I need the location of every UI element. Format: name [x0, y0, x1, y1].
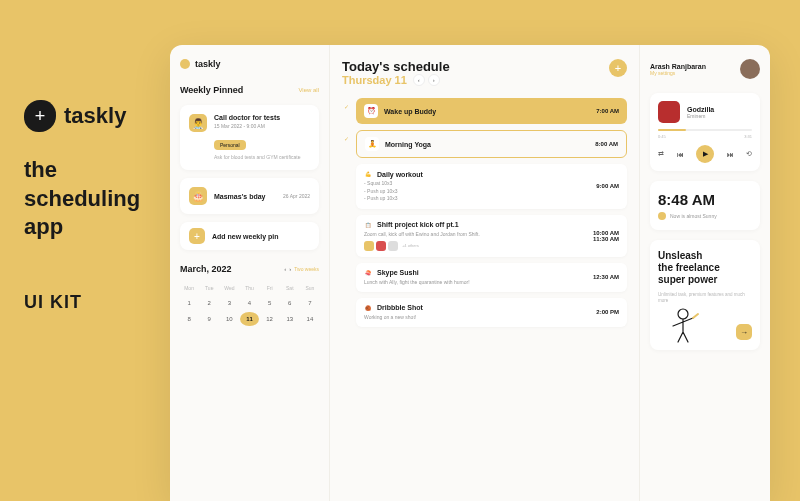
calendar-day[interactable]: 13	[281, 312, 299, 326]
marketing-sidebar: + taskly the scheduling app UI KIT	[24, 100, 154, 313]
calendar-next-icon[interactable]: ›	[289, 266, 291, 272]
pin-date: 26 Apr 2022	[283, 193, 310, 199]
schedule-item-time-end: 11:30 AM	[593, 236, 619, 242]
weather-text: Now is almost Sunny	[670, 213, 717, 219]
schedule-card: 🍣Skype SushiLunch with Ally, fight the q…	[356, 263, 627, 292]
profile-header: Arash Ranjbaran My settings	[650, 59, 760, 79]
promo-logo: + taskly	[24, 100, 154, 132]
clock-widget: 8:48 AM Now is almost Sunny	[650, 181, 760, 230]
calendar-dow: Tue	[200, 282, 218, 294]
music-progress-bar[interactable]	[658, 129, 752, 131]
pinned-card[interactable]: 🎂 Masmas's bday 26 Apr 2022	[180, 178, 319, 214]
schedule-next-button[interactable]: ›	[428, 74, 440, 86]
music-time-total: 3:31	[744, 134, 752, 139]
pinned-avatar-icon: 👨‍⚕️	[189, 114, 207, 132]
schedule-list: ✓⏰Wake up Buddy7:00 AM✓🧘Morning Yoga8:00…	[342, 98, 627, 327]
schedule-desc: Working on a new shot!	[364, 314, 596, 321]
plus-icon: +	[189, 228, 205, 244]
schedule-bullets: - Squat 10x3- Push up 10x3- Push up 10x3	[364, 180, 596, 203]
schedule-item[interactable]: 🏀Dribbble ShotWorking on a new shot!2:00…	[342, 298, 627, 327]
schedule-item[interactable]: 📋Shift project kick off pt.1Zoom call, k…	[342, 215, 627, 257]
schedule-check-icon[interactable]	[342, 298, 350, 303]
shuffle-icon[interactable]: ⇄	[658, 150, 664, 158]
pin-title: Masmas's bday	[214, 193, 276, 200]
profile-settings-link[interactable]: My settings	[650, 70, 706, 76]
app-brand[interactable]: taskly	[180, 59, 319, 69]
schedule-item-title: Wake up Buddy	[384, 108, 436, 115]
pinned-view-all[interactable]: View all	[298, 87, 319, 93]
schedule-item-title: Shift project kick off pt.1	[377, 221, 459, 228]
avatar-count: +4 others	[402, 243, 419, 248]
schedule-title: Today's schedule	[342, 59, 450, 74]
pin-date: 15 Mar 2022 - 9:00 AM	[214, 123, 310, 129]
schedule-item-time: 10:00 AM	[593, 230, 619, 236]
calendar-prev-icon[interactable]: ‹	[284, 266, 286, 272]
track-artist: Eminem	[687, 113, 714, 119]
promo-brand: taskly	[64, 103, 126, 129]
calendar-day[interactable]: 10	[220, 312, 238, 326]
upgrade-title: Unsleash the freelance super power	[658, 250, 752, 286]
schedule-prev-button[interactable]: ‹	[413, 74, 425, 86]
calendar-day[interactable]: 1	[180, 296, 198, 310]
svg-point-0	[678, 309, 688, 319]
upgrade-arrow-button[interactable]: →	[736, 324, 752, 340]
repeat-icon[interactable]: ⟲	[746, 150, 752, 158]
calendar-day[interactable]: 12	[261, 312, 279, 326]
upgrade-illustration	[658, 304, 708, 344]
pinned-title: Weekly Pinned	[180, 85, 243, 95]
calendar-day[interactable]: 3	[220, 296, 238, 310]
schedule-card: 📋Shift project kick off pt.1Zoom call, k…	[356, 215, 627, 257]
profile-name: Arash Ranjbaran	[650, 63, 706, 70]
schedule-item[interactable]: 💪Daily workout- Squat 10x3- Push up 10x3…	[342, 164, 627, 209]
calendar-dow: Sat	[281, 282, 299, 294]
pin-title: Call doctor for tests	[214, 114, 310, 121]
schedule-check-icon[interactable]: ✓	[342, 130, 350, 142]
schedule-column: Today's schedule Thursday 11 ‹ › + ✓⏰Wak…	[330, 45, 640, 501]
clock-time: 8:48 AM	[658, 191, 752, 208]
schedule-card: 🧘Morning Yoga8:00 AM	[356, 130, 627, 158]
schedule-item[interactable]: ✓⏰Wake up Buddy7:00 AM	[342, 98, 627, 124]
calendar-dow: Sun	[301, 282, 319, 294]
prev-track-icon[interactable]: ⏮	[677, 151, 684, 158]
schedule-desc: Lunch with Ally, fight the quarantine wi…	[364, 279, 593, 286]
calendar-range-toggle[interactable]: Two weeks	[294, 266, 319, 272]
schedule-check-icon[interactable]	[342, 215, 350, 220]
schedule-card: ⏰Wake up Buddy7:00 AM	[356, 98, 627, 124]
app-window: taskly Weekly Pinned View all 👨‍⚕️ Call …	[170, 45, 770, 501]
schedule-icon: 💪	[364, 170, 372, 178]
schedule-icon: 🏀	[364, 304, 372, 312]
promo-tagline: the scheduling app	[24, 156, 154, 242]
calendar-day[interactable]: 11	[240, 312, 258, 326]
pinned-card[interactable]: 👨‍⚕️ Call doctor for tests 15 Mar 2022 -…	[180, 105, 319, 170]
calendar-day[interactable]: 9	[200, 312, 218, 326]
schedule-item[interactable]: ✓🧘Morning Yoga8:00 AM	[342, 130, 627, 158]
avatar	[364, 241, 374, 251]
add-schedule-button[interactable]: +	[609, 59, 627, 77]
calendar-day[interactable]: 2	[200, 296, 218, 310]
calendar-dow: Fri	[261, 282, 279, 294]
add-pin-button[interactable]: + Add new weekly pin	[180, 222, 319, 250]
add-pin-label: Add new weekly pin	[212, 233, 279, 240]
schedule-item[interactable]: 🍣Skype SushiLunch with Ally, fight the q…	[342, 263, 627, 292]
schedule-item-title: Dribbble Shot	[377, 304, 423, 311]
schedule-icon: 🧘	[365, 137, 379, 151]
schedule-check-icon[interactable]	[342, 164, 350, 169]
next-track-icon[interactable]: ⏭	[727, 151, 734, 158]
profile-avatar[interactable]	[740, 59, 760, 79]
plus-badge-icon: +	[24, 100, 56, 132]
schedule-card: 🏀Dribbble ShotWorking on a new shot!2:00…	[356, 298, 627, 327]
album-art	[658, 101, 680, 123]
calendar-day[interactable]: 6	[281, 296, 299, 310]
calendar-day[interactable]: 5	[261, 296, 279, 310]
schedule-check-icon[interactable]: ✓	[342, 98, 350, 110]
schedule-date: Thursday 11	[342, 74, 407, 86]
calendar-day[interactable]: 14	[301, 312, 319, 326]
promo-kit-label: UI KIT	[24, 292, 154, 313]
avatar	[388, 241, 398, 251]
calendar-day[interactable]: 7	[301, 296, 319, 310]
schedule-check-icon[interactable]	[342, 263, 350, 268]
calendar-day[interactable]: 8	[180, 312, 198, 326]
play-button[interactable]: ▶	[696, 145, 714, 163]
calendar-day[interactable]: 4	[240, 296, 258, 310]
schedule-item-time: 8:00 AM	[595, 141, 618, 147]
